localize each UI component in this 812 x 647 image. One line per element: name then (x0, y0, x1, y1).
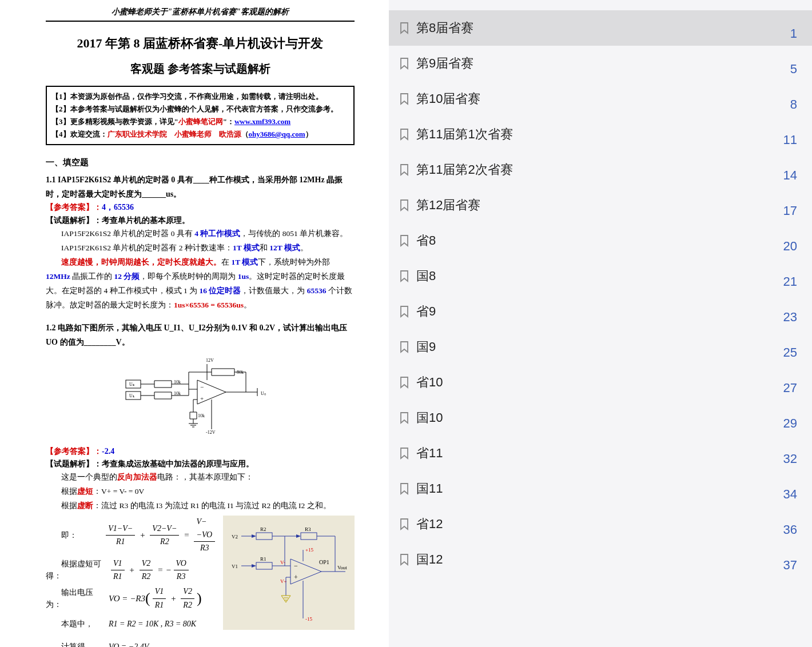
svg-text:Vout: Vout (337, 565, 347, 570)
bookmark-icon (399, 22, 409, 34)
analysis-1-2-p3: 根据虚断：流过 R3 的电流 I3 为流过 R1 的电流 I1 与流过 R2 的… (46, 499, 355, 513)
bookmark-page: 17 (783, 203, 797, 218)
bookmark-item[interactable]: 第11届第2次省赛14 (389, 152, 812, 187)
bookmark-title: 第11届第1次省赛 (416, 126, 513, 143)
bookmark-title: 第8届省赛 (416, 19, 473, 37)
bookmark-icon (399, 57, 409, 70)
svg-text:-15: -15 (305, 616, 312, 622)
svg-text:V-: V- (280, 560, 285, 565)
analysis-1-2-label: 【试题解析】：考查集成运放基础中加法器的原理与应用。 (46, 458, 355, 470)
bookmark-title: 国10 (416, 409, 443, 426)
bookmark-item[interactable]: 省1236 (389, 506, 812, 542)
bookmark-page: 21 (783, 274, 797, 289)
svg-text:U₂: U₂ (129, 382, 134, 387)
bookmark-title: 省11 (416, 445, 443, 462)
doc-title: 2017 年第 8 届蓝桥杯省赛-单片机设计与开发 (46, 33, 355, 53)
bookmark-item[interactable]: 第9届省赛5 (389, 46, 812, 81)
bookmark-title: 第12届省赛 (416, 197, 480, 214)
bookmark-page: 32 (783, 452, 797, 466)
doc-subtitle: 客观题 参考答案与试题解析 (46, 59, 355, 78)
bookmark-icon (399, 553, 409, 566)
circuit-diagram-2: V2 R2 V1 R1 V- R3 −+ V+ OP1 +15 Vout (223, 516, 355, 634)
svg-rect-33 (223, 516, 355, 630)
question-1-1: 1.1 IAP15F2K61S2 单片机的定时器 0 具有____种工作模式，当… (46, 173, 355, 201)
svg-text:12V: 12V (206, 358, 214, 363)
bookmark-item[interactable]: 第8届省赛1 (389, 10, 812, 46)
analysis-1-2-p2: 根据虚短：V+ = V- = 0V (46, 485, 355, 499)
svg-text:R3: R3 (305, 526, 311, 532)
bookmark-icon (399, 518, 409, 530)
bookmark-page: 36 (783, 522, 797, 537)
email-link[interactable]: ohy3686@qq.com (249, 130, 305, 138)
bookmark-title: 第9届省赛 (416, 55, 473, 72)
bookmark-page: 37 (783, 558, 797, 573)
bookmark-page: 8 (790, 97, 797, 112)
svg-text:U₁: U₁ (129, 393, 134, 398)
document-pane: 小蜜蜂老师关于"蓝桥杯单片机省赛"客观题的解析 2017 年第 8 届蓝桥杯省赛… (0, 0, 389, 647)
bookmark-title: 第10届省赛 (416, 90, 480, 107)
bookmark-item[interactable]: 国1237 (389, 542, 812, 577)
svg-text:+: + (294, 573, 298, 581)
bookmark-page: 14 (783, 168, 797, 183)
info-line-3: 【3】更多精彩视频与教学资源，详见"小蜜蜂笔记网"：www.xmf393.com (51, 115, 349, 128)
circuit-diagram-1: 12V U₂ 10k U₁ 10k −+ U₀ 80k 10k -12V (46, 355, 355, 439)
bookmark-item[interactable]: 国821 (389, 258, 812, 294)
bookmark-page: 25 (783, 345, 797, 360)
svg-text:+: + (200, 395, 204, 402)
bookmark-item[interactable]: 省1027 (389, 365, 812, 400)
svg-text:-12V: -12V (206, 430, 216, 435)
bookmark-icon (399, 128, 409, 141)
svg-text:R2: R2 (260, 526, 266, 532)
analysis-1-1-p1: IAP15F2K61S2 单片机的定时器 0 具有 4 种工作模式，与传统的 8… (46, 227, 355, 241)
bookmark-page: 34 (783, 487, 797, 502)
bookmark-item[interactable]: 省923 (389, 294, 812, 329)
bookmark-icon (399, 270, 409, 282)
bookmark-page: 23 (783, 310, 797, 325)
bookmark-icon (399, 93, 409, 105)
bookmark-icon (399, 482, 409, 495)
bookmark-title: 省10 (416, 374, 443, 391)
bookmark-icon (399, 163, 409, 176)
bookmark-title: 国9 (416, 338, 436, 356)
answer-1-2: 【参考答案】：-2.4 (46, 445, 355, 458)
svg-text:10k: 10k (198, 413, 205, 418)
bookmark-title: 国8 (416, 267, 436, 285)
analysis-1-1-label: 【试题解析】：考查单片机的基本原理。 (46, 214, 355, 227)
bookmark-item[interactable]: 国925 (389, 329, 812, 365)
bookmarks-sidebar[interactable]: 第8届省赛1第9届省赛5第10届省赛8第11届第1次省赛11第11届第2次省赛1… (389, 0, 812, 647)
doc-header: 小蜜蜂老师关于"蓝桥杯单片机省赛"客观题的解析 (46, 6, 355, 22)
svg-text:+15: +15 (305, 547, 314, 553)
bookmark-item[interactable]: 第12届省赛17 (389, 187, 812, 223)
bookmark-icon (399, 199, 409, 211)
bookmark-icon (399, 376, 409, 389)
info-line-4: 【4】欢迎交流：广东职业技术学院 小蜜蜂老师 欧浩源（ohy3686@qq.co… (51, 128, 349, 141)
bookmark-item[interactable]: 省820 (389, 223, 812, 258)
svg-text:R1: R1 (260, 556, 266, 562)
svg-text:−: − (200, 384, 204, 390)
question-1-2: 1.2 电路如下图所示，其输入电压 U_I1、U_I2分别为 0.1V 和 0.… (46, 321, 355, 349)
bookmark-title: 国11 (416, 480, 443, 497)
info-line-2: 【2】本参考答案与试题解析仅为小蜜蜂的个人见解，不代表官方答案，只作交流参考。 (51, 103, 349, 115)
bookmark-title: 省12 (416, 516, 443, 533)
bookmark-page: 5 (790, 62, 797, 77)
bookmark-title: 省8 (416, 232, 436, 249)
bookmark-page: 29 (783, 416, 797, 431)
svg-text:V2: V2 (232, 534, 238, 540)
bookmark-item[interactable]: 第11届第1次省赛11 (389, 117, 812, 152)
xmf-link[interactable]: www.xmf393.com (234, 117, 290, 126)
bookmark-title: 省9 (416, 303, 436, 320)
bookmark-icon (399, 412, 409, 424)
info-box: 【1】本资源为原创作品，仅作学习交流，不作商业用途，如需转载，请注明出处。 【2… (46, 86, 355, 145)
bookmark-item[interactable]: 国1029 (389, 400, 812, 436)
bookmark-page: 27 (783, 381, 797, 396)
bookmark-item[interactable]: 第10届省赛8 (389, 81, 812, 117)
analysis-1-2-p1: 这是一个典型的反向加法器电路：，其基本原理如下： (46, 470, 355, 485)
bookmark-icon (399, 341, 409, 353)
info-line-1: 【1】本资源为原创作品，仅作学习交流，不作商业用途，如需转载，请注明出处。 (51, 90, 349, 103)
bookmark-icon (399, 305, 409, 318)
bookmark-item[interactable]: 省1132 (389, 436, 812, 471)
bookmark-title: 国12 (416, 551, 443, 568)
answer-1-1: 【参考答案】：4，65536 (46, 201, 355, 214)
bookmark-item[interactable]: 国1134 (389, 471, 812, 506)
bookmark-icon (399, 447, 409, 460)
